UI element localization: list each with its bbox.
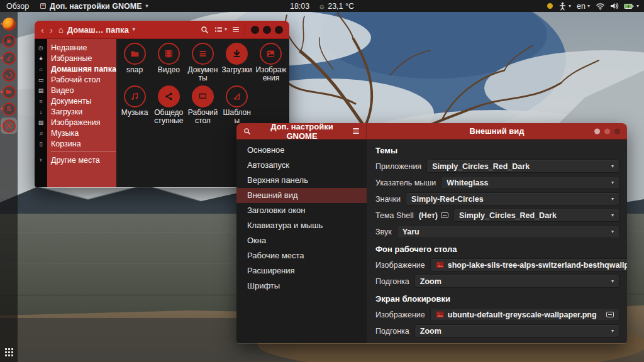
sidebar-item-label: Домашняя папка bbox=[47, 65, 116, 74]
dock-item-skype[interactable]: S bbox=[1, 101, 17, 117]
sidebar-item-desktop[interactable]: ▭ Рабочий стол bbox=[35, 74, 116, 85]
lockscreen-image-label: Изображение bbox=[375, 310, 425, 319]
accessibility-menu[interactable]: ▾ bbox=[558, 2, 571, 11]
lockscreen-image-button[interactable]: ubuntu-default-greyscale-wallpaper.png bbox=[430, 308, 619, 321]
music-note-icon: ♫ bbox=[35, 130, 47, 136]
weather-indicator[interactable]: ☼ 23,1 °C bbox=[318, 2, 354, 11]
notification-dot-icon[interactable] bbox=[547, 3, 553, 9]
keyboard-layout-menu[interactable]: en ▾ bbox=[577, 2, 590, 11]
folder-snap[interactable]: snap bbox=[118, 43, 152, 83]
background-adjustment-label: Подгонка bbox=[375, 277, 409, 286]
close-button[interactable] bbox=[614, 128, 620, 134]
dock-item-files[interactable] bbox=[1, 84, 17, 100]
sidebar-item-starred[interactable]: ★ Избранные bbox=[35, 53, 116, 63]
show-applications-button[interactable] bbox=[5, 348, 13, 356]
folder-music[interactable]: Музыка bbox=[118, 85, 152, 126]
background-image-button[interactable]: shop-lake-sils-tree-alps-switzerland-bes… bbox=[430, 258, 627, 272]
files-titlebar[interactable]: ‹ › ⌂ Домаш… папка ▾ ▾ bbox=[35, 21, 289, 39]
shell-theme-select[interactable]: Simply_Circles_Red_Dark ▾ bbox=[453, 209, 619, 222]
folder-downloads[interactable]: Загрузки bbox=[220, 43, 253, 83]
hamburger-menu-button[interactable] bbox=[353, 128, 359, 134]
view-options-button[interactable]: ▾ bbox=[214, 26, 227, 33]
file-label: Музыка bbox=[121, 109, 148, 117]
sound-theme-select[interactable]: Yaru ▾ bbox=[397, 225, 619, 238]
temperature-label: 23,1 °C bbox=[328, 2, 354, 11]
sidebar-item-documents[interactable]: ≡ Документы bbox=[35, 96, 116, 106]
folder-icon bbox=[124, 43, 146, 65]
tab-fonts[interactable]: Шрифты bbox=[236, 278, 367, 293]
background-adjustment-select[interactable]: Zoom ▾ bbox=[414, 275, 619, 288]
shell-theme-file-button[interactable]: (Нет) bbox=[419, 211, 448, 220]
maximize-button[interactable] bbox=[263, 26, 271, 34]
sidebar-item-videos[interactable]: ▤ Видео bbox=[35, 85, 116, 96]
dock-item-text-editor[interactable] bbox=[1, 50, 17, 66]
minimize-button[interactable] bbox=[251, 26, 259, 34]
chevron-down-icon: ▾ bbox=[133, 27, 135, 32]
dock-item-gnome-tweaks[interactable] bbox=[1, 118, 17, 134]
section-header-themes: Темы bbox=[375, 146, 619, 155]
file-value: shop-lake-sils-tree-alps-switzerland-bes… bbox=[448, 261, 627, 270]
tweaks-window: Доп. настройки GNOME Внешний вид Основно… bbox=[236, 123, 627, 344]
folder-public[interactable]: Общедоступные bbox=[152, 85, 186, 126]
minimize-button[interactable] bbox=[594, 128, 600, 134]
file-label: Общедоступные bbox=[152, 109, 185, 126]
hamburger-menu-button[interactable] bbox=[233, 27, 239, 33]
folder-desktop[interactable]: Рабочий стол bbox=[186, 85, 219, 126]
chevron-down-icon: ▾ bbox=[611, 164, 614, 169]
tab-workspaces[interactable]: Рабочие места bbox=[236, 248, 367, 263]
applications-theme-select[interactable]: Simply_Circles_Red_Dark ▾ bbox=[426, 160, 619, 173]
tab-windows[interactable]: Окна bbox=[236, 233, 367, 248]
maximize-button[interactable] bbox=[604, 128, 610, 134]
cursor-theme-select[interactable]: Whiteglass ▾ bbox=[441, 176, 619, 189]
tab-general[interactable]: Основное bbox=[236, 143, 367, 158]
share-icon bbox=[158, 85, 180, 107]
snap-store-bag-icon bbox=[3, 35, 16, 48]
close-button[interactable] bbox=[275, 26, 283, 34]
search-icon[interactable] bbox=[243, 128, 251, 135]
tab-window-titlebars[interactable]: Заголовки окон bbox=[236, 203, 367, 218]
document-icon: ≡ bbox=[35, 98, 47, 104]
tab-keyboard-mouse[interactable]: Клавиатура и мышь bbox=[236, 218, 367, 233]
lockscreen-adjustment-label: Подгонка bbox=[375, 327, 409, 336]
dock-item-browser-swirl[interactable] bbox=[1, 67, 17, 83]
activities-button[interactable]: Обзор bbox=[5, 2, 30, 11]
forward-button[interactable]: › bbox=[50, 25, 53, 35]
keyboard-layout-label: en bbox=[577, 2, 586, 11]
lockscreen-adjustment-select[interactable]: Zoom ▾ bbox=[414, 324, 619, 337]
system-status-menu[interactable]: ▾ bbox=[596, 2, 639, 10]
chevron-down-icon: ▾ bbox=[587, 4, 590, 9]
sidebar-item-downloads[interactable]: ↓ Загрузки bbox=[35, 106, 116, 117]
folder-documents[interactable]: Документы bbox=[186, 43, 219, 83]
sidebar-item-pictures[interactable]: ▨ Изображения bbox=[35, 117, 116, 128]
tab-top-bar[interactable]: Верхняя панель bbox=[236, 173, 367, 188]
running-indicator bbox=[1, 57, 3, 59]
back-button[interactable]: ‹ bbox=[41, 25, 44, 35]
sidebar-item-home[interactable]: ⌂ Домашняя папка bbox=[35, 63, 116, 74]
folder-templates[interactable]: Шаблоны bbox=[220, 85, 253, 126]
section-header-desktop-background: Фон рабочего стола bbox=[375, 244, 619, 254]
sidebar-item-label: Недавние bbox=[47, 43, 87, 52]
sidebar-item-trash[interactable]: ▯ Корзина bbox=[35, 138, 116, 149]
list-view-icon bbox=[214, 26, 223, 33]
focused-app-menu[interactable]: Доп. настройки GNOME ▾ bbox=[40, 2, 148, 11]
film-icon bbox=[158, 43, 180, 65]
tab-startup[interactable]: Автозапуск bbox=[236, 158, 367, 173]
dock-item-snap-store[interactable] bbox=[1, 33, 17, 49]
sidebar-item-music[interactable]: ♫ Музыка bbox=[35, 128, 116, 138]
sidebar-item-recent[interactable]: ◷ Недавние bbox=[35, 42, 116, 53]
tab-appearance[interactable]: Внешний вид bbox=[236, 188, 367, 203]
icons-theme-select[interactable]: Simply-Red-Circles ▾ bbox=[406, 192, 619, 206]
tweaks-titlebar[interactable]: Доп. настройки GNOME Внешний вид bbox=[236, 123, 627, 140]
dock-item-firefox[interactable] bbox=[1, 16, 17, 32]
folder-videos[interactable]: Видео bbox=[152, 43, 186, 83]
picture-icon bbox=[260, 43, 282, 65]
sidebar-item-other-locations[interactable]: + Другие места bbox=[35, 155, 116, 165]
search-button[interactable] bbox=[201, 26, 209, 34]
path-bar-button[interactable]: ⌂ Домаш… папка ▾ bbox=[58, 25, 135, 35]
file-label: Загрузки bbox=[222, 66, 252, 74]
tab-extensions[interactable]: Расширения bbox=[236, 263, 367, 278]
select-value: Whiteglass bbox=[447, 178, 608, 187]
clock[interactable]: 18:03 bbox=[290, 2, 309, 11]
star-icon: ★ bbox=[35, 55, 47, 62]
folder-pictures[interactable]: Изображения bbox=[254, 43, 287, 83]
